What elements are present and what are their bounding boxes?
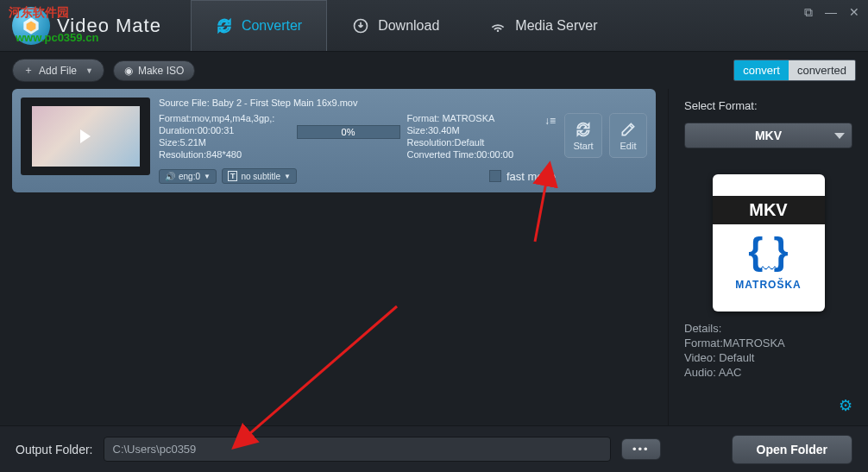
dst-size: Size:30.40M [407,125,538,135]
audio-track-select[interactable]: 🔊 eng:0 ▼ [159,169,217,184]
source-file-line: Source File: Baby 2 - First Step Main 16… [159,98,556,108]
toolbar: ＋ Add File ▼ ◉ Make ISO convert converte… [0,52,868,89]
main-tabs: Converter Download Media Server [191,0,623,51]
subtitle-select[interactable]: T no subtitle ▼ [222,168,297,184]
tab-converted[interactable]: converted [789,60,855,80]
minimize-icon[interactable]: — [825,5,837,20]
browse-button[interactable]: ••• [621,438,661,460]
app-logo-icon [12,7,50,45]
details-audio: Audio: AAC [684,366,852,379]
app-logo-area: Video Mate 河东软件园 www.pc0359.cn [0,7,173,45]
main-area: Source File: Baby 2 - First Step Main 16… [0,89,868,425]
tab-download[interactable]: Download [327,0,464,51]
add-file-icon: ＋ [23,63,34,78]
src-format: Format:mov,mp4,m4a,3gp,: [159,113,290,123]
format-preview-title: MKV [713,196,825,224]
edit-button[interactable]: Edit [609,113,647,158]
disc-icon: ◉ [124,65,133,77]
src-resolution: Resolution:848*480 [159,149,290,160]
dst-format: Format: MATROSKA [407,113,538,123]
chevron-down-icon: ▼ [284,173,291,180]
format-panel: Select Format: MKV MKV { } 〰 MATROŠKA De… [668,89,868,425]
tab-download-label: Download [378,18,439,34]
titlebar: Video Mate 河东软件园 www.pc0359.cn Converter… [0,0,868,52]
tab-converter-label: Converter [242,18,302,34]
svg-point-1 [497,29,500,32]
select-format-label: Select Format: [684,99,852,112]
sort-icon[interactable]: ↓≡ [544,115,556,127]
format-preview: MKV { } 〰 MATROŠKA [713,174,825,312]
tab-media-server[interactable]: Media Server [464,0,622,51]
format-preview-brand: MATROŠKA [735,279,801,291]
src-size: Size:5.21M [159,137,290,148]
chevron-down-icon: ▼ [204,173,211,180]
speaker-icon: 🔊 [165,172,175,181]
converted-time: Converted Time:00:00:00 [407,149,538,160]
close-icon[interactable]: ✕ [849,5,859,20]
format-dropdown[interactable]: MKV [684,123,852,148]
format-details: Details: Format:MATROSKA Video: Default … [684,322,852,379]
app-name: Video Mate [57,15,161,37]
chevron-down-icon: ▼ [85,66,93,75]
popout-icon[interactable]: ⧉ [804,5,813,20]
tab-media-server-label: Media Server [515,18,597,34]
settings-gear-icon[interactable]: ⚙ [839,396,852,415]
play-icon [80,129,91,143]
add-file-label: Add File [39,65,77,77]
make-iso-button[interactable]: ◉ Make ISO [113,60,195,81]
tab-convert[interactable]: convert [734,60,789,80]
chevron-down-icon [834,133,845,139]
conversion-progress: 0% [297,125,400,139]
checkbox-icon [489,170,501,182]
make-iso-label: Make ISO [138,65,184,77]
add-file-button[interactable]: ＋ Add File ▼ [12,59,104,82]
window-controls: ⧉ — ✕ [804,5,859,20]
details-video: Video: Default [684,351,852,364]
details-label: Details: [684,322,852,335]
dst-resolution: Resolution:Default [407,137,538,148]
file-item: Source File: Baby 2 - First Step Main 16… [12,89,656,192]
file-info: Source File: Baby 2 - First Step Main 16… [159,98,556,184]
subtitle-icon: T [228,171,238,181]
output-folder-input[interactable] [104,437,611,462]
start-button[interactable]: Start [564,113,602,158]
footer: Output Folder: ••• Open Folder [0,425,868,472]
details-format: Format:MATROSKA [684,337,852,349]
src-duration: Duration:00:00:31 [159,125,290,135]
file-list: Source File: Baby 2 - First Step Main 16… [0,89,668,425]
output-folder-label: Output Folder: [16,443,93,456]
video-thumbnail[interactable] [21,98,150,175]
tab-converter[interactable]: Converter [191,0,327,51]
fast-mode-toggle[interactable]: fast mode [489,170,556,183]
matroska-wave-icon: 〰 [761,261,777,279]
open-folder-button[interactable]: Open Folder [732,435,852,464]
convert-status-tabs: convert converted [733,60,856,81]
